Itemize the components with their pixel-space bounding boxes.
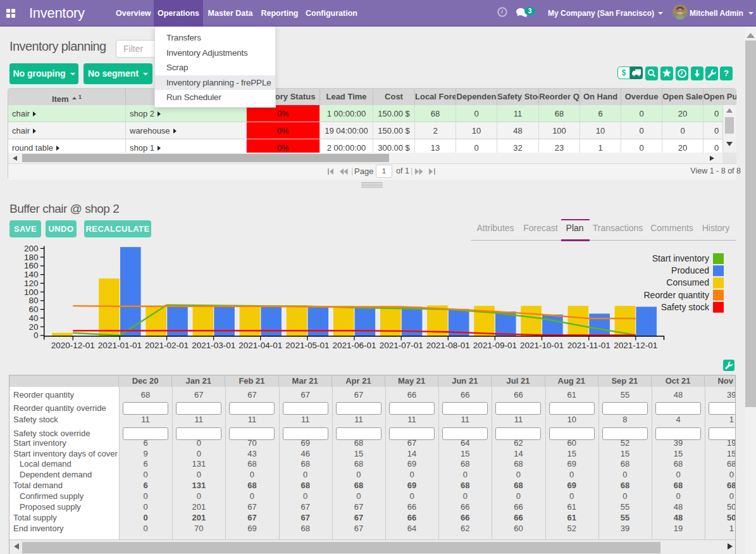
svg-text:Start inventory: Start inventory <box>652 253 709 263</box>
svg-text:2021-05-01: 2021-05-01 <box>285 341 329 350</box>
svg-text:2021-10-01: 2021-10-01 <box>520 341 564 350</box>
svg-text:2021-01-01: 2021-01-01 <box>98 341 142 350</box>
svg-text:2021-11-01: 2021-11-01 <box>567 341 610 350</box>
svg-text:2020-12-01: 2020-12-01 <box>51 341 95 350</box>
svg-text:2021-12-01: 2021-12-01 <box>614 341 657 350</box>
svg-text:2021-02-01: 2021-02-01 <box>145 341 189 350</box>
svg-text:0: 0 <box>34 331 39 340</box>
svg-text:2021-08-01: 2021-08-01 <box>426 341 470 350</box>
svg-text:120: 120 <box>24 279 39 288</box>
svg-text:100: 100 <box>24 287 39 297</box>
svg-text:80: 80 <box>28 296 38 305</box>
svg-text:2021-09-01: 2021-09-01 <box>473 341 517 350</box>
svg-text:Safety stock: Safety stock <box>661 302 710 312</box>
svg-text:60: 60 <box>28 305 38 314</box>
svg-text:Produced: Produced <box>671 265 709 275</box>
svg-text:2021-06-01: 2021-06-01 <box>332 341 376 350</box>
svg-text:2021-03-01: 2021-03-01 <box>192 341 235 350</box>
svg-text:200: 200 <box>24 244 39 253</box>
svg-text:40: 40 <box>28 313 38 323</box>
svg-text:Consumed: Consumed <box>666 277 709 287</box>
svg-text:160: 160 <box>24 261 39 270</box>
svg-text:2021-04-01: 2021-04-01 <box>239 341 282 350</box>
svg-text:2021-07-01: 2021-07-01 <box>380 341 423 350</box>
svg-text:180: 180 <box>24 253 39 262</box>
svg-text:20: 20 <box>28 322 38 332</box>
svg-text:Reorder quantity: Reorder quantity <box>643 290 709 300</box>
svg-text:140: 140 <box>24 270 39 279</box>
